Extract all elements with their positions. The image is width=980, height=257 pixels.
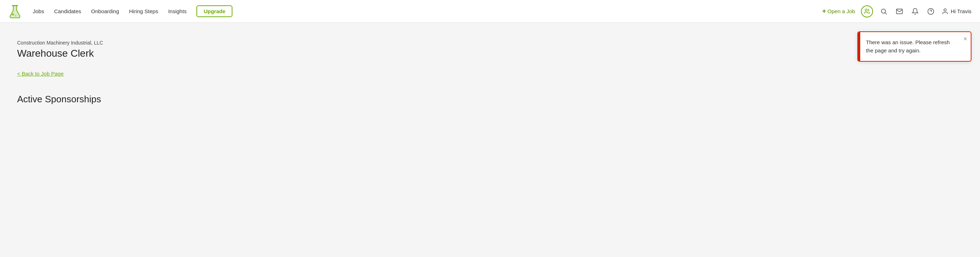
nav-right: + Open a Job xyxy=(822,5,972,17)
hi-user-label: Hi Travis xyxy=(951,8,972,14)
svg-line-5 xyxy=(885,13,886,14)
open-job-button[interactable]: + Open a Job xyxy=(822,8,855,15)
nav-onboarding[interactable]: Onboarding xyxy=(91,8,119,14)
nav-jobs[interactable]: Jobs xyxy=(33,8,44,14)
company-name: Construction Machinery Industrial, LLC xyxy=(17,40,963,46)
main-content: Construction Machinery Industrial, LLC W… xyxy=(0,23,980,116)
nav-links: Jobs Candidates Onboarding Hiring Steps … xyxy=(33,5,822,17)
toast-close-button[interactable]: × xyxy=(963,36,967,42)
plus-icon: + xyxy=(822,8,826,15)
toast-message: There was an issue. Please refresh the p… xyxy=(866,38,965,54)
section-title: Active Sponsorships xyxy=(17,94,963,105)
svg-point-8 xyxy=(943,9,946,11)
upgrade-button[interactable]: Upgrade xyxy=(196,5,232,17)
nav-insights[interactable]: Insights xyxy=(168,8,187,14)
main-nav: Jobs Candidates Onboarding Hiring Steps … xyxy=(0,0,980,23)
search-icon[interactable] xyxy=(879,6,889,16)
nav-candidates[interactable]: Candidates xyxy=(54,8,81,14)
job-title: Warehouse Clerk xyxy=(17,48,963,59)
help-icon[interactable] xyxy=(926,6,936,16)
notifications-icon[interactable] xyxy=(910,6,920,16)
svg-point-3 xyxy=(865,9,867,11)
logo[interactable] xyxy=(8,4,21,19)
toast-body: There was an issue. Please refresh the p… xyxy=(860,32,971,61)
messages-icon[interactable] xyxy=(894,6,904,16)
svg-point-0 xyxy=(12,13,14,15)
open-job-label: Open a Job xyxy=(827,8,855,14)
svg-point-1 xyxy=(15,15,16,16)
user-menu[interactable]: Hi Travis xyxy=(942,8,972,15)
svg-point-4 xyxy=(881,9,886,13)
back-to-job-link[interactable]: < Back to Job Page xyxy=(17,71,64,77)
candidates-icon[interactable] xyxy=(861,5,873,17)
nav-hiring-steps[interactable]: Hiring Steps xyxy=(129,8,158,14)
error-toast: There was an issue. Please refresh the p… xyxy=(858,32,972,62)
